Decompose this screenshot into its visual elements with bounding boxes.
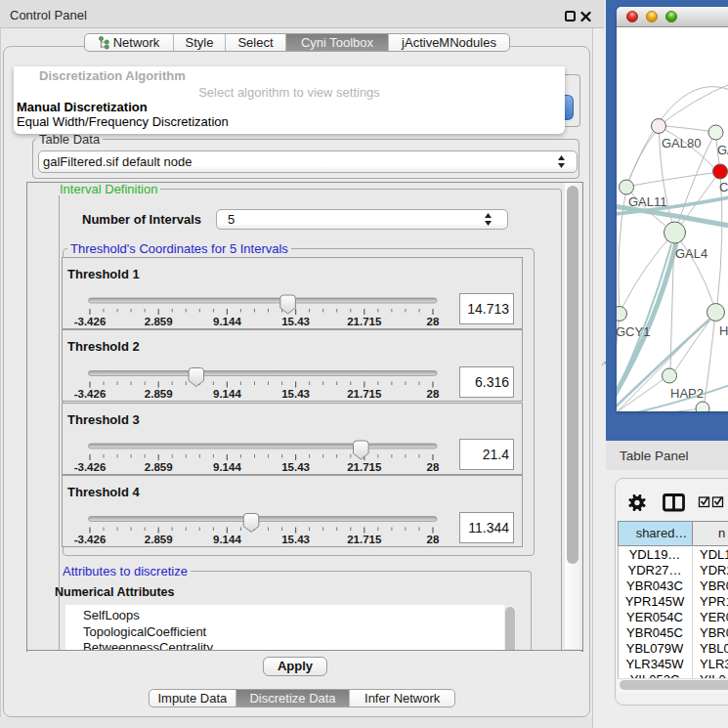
svg-text:HA: HA	[719, 323, 728, 338]
svg-text:21.715: 21.715	[347, 316, 382, 327]
svg-text:GAL11: GAL11	[628, 194, 667, 209]
svg-text:-3.426: -3.426	[74, 316, 107, 327]
svg-text:21.715: 21.715	[347, 534, 382, 545]
svg-text:2.859: 2.859	[145, 534, 173, 545]
svg-text:-3.426: -3.426	[74, 534, 107, 545]
svg-text:15.43: 15.43	[281, 461, 310, 473]
svg-text:28: 28	[427, 388, 440, 400]
svg-text:GAL: GAL	[717, 143, 728, 157]
svg-text:21.715: 21.715	[347, 461, 382, 473]
svg-text:9.144: 9.144	[213, 534, 241, 545]
svg-text:2.859: 2.859	[145, 461, 173, 473]
svg-text:GAL4: GAL4	[675, 246, 707, 261]
svg-text:9.144: 9.144	[213, 461, 241, 473]
svg-text:21.715: 21.715	[347, 388, 382, 400]
svg-text:15.43: 15.43	[281, 388, 310, 400]
svg-text:28: 28	[427, 461, 440, 473]
svg-text:-3.426: -3.426	[74, 461, 107, 473]
svg-text:28: 28	[427, 534, 440, 545]
svg-text:2.859: 2.859	[145, 388, 173, 400]
svg-text:GAL80: GAL80	[662, 136, 701, 150]
svg-text:GCY1: GCY1	[617, 324, 650, 339]
svg-text:9.144: 9.144	[213, 316, 241, 327]
svg-text:2.859: 2.859	[145, 316, 173, 327]
svg-text:9.144: 9.144	[213, 388, 241, 400]
svg-text:28: 28	[427, 316, 440, 327]
svg-text:15.43: 15.43	[281, 534, 310, 545]
svg-text:-3.426: -3.426	[74, 388, 107, 400]
svg-text:C: C	[719, 180, 728, 194]
svg-text:15.43: 15.43	[281, 316, 310, 327]
svg-text:HAP2: HAP2	[670, 386, 704, 401]
